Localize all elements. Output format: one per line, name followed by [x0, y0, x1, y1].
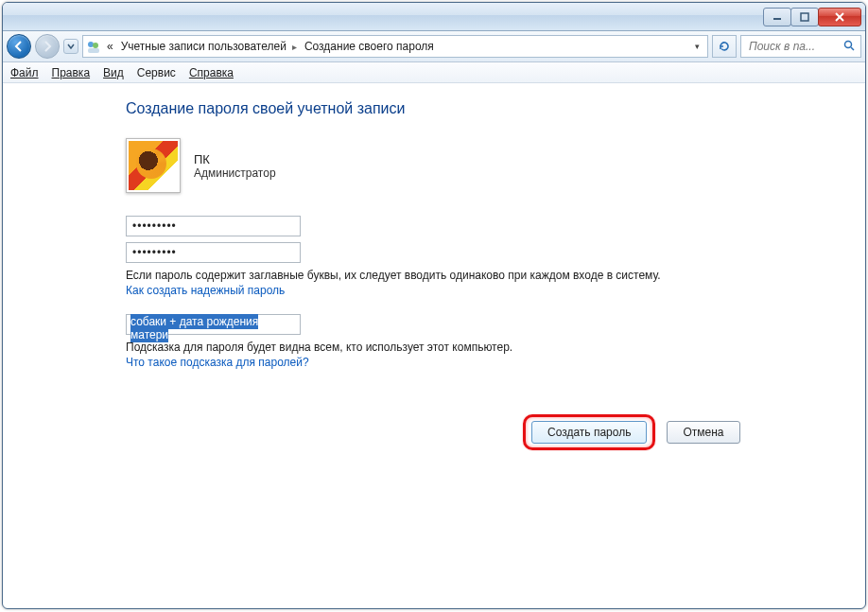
refresh-button[interactable]: [712, 35, 737, 58]
nav-forward-button[interactable]: [35, 34, 60, 59]
password-confirm-field[interactable]: [126, 242, 301, 263]
menu-file[interactable]: Файл: [10, 66, 39, 79]
user-row: ПК Администратор: [126, 138, 865, 193]
menu-edit[interactable]: Правка: [52, 66, 91, 79]
page-title: Создание пароля своей учетной записи: [126, 100, 865, 117]
arrow-right-icon: [42, 41, 53, 52]
arrow-left-icon: [13, 41, 25, 52]
menu-help[interactable]: Справка: [189, 66, 234, 79]
breadcrumb-label: Учетные записи пользователей: [121, 40, 286, 53]
buttons-row: Создать пароль Отмена: [523, 414, 865, 450]
svg-point-7: [845, 41, 852, 47]
nav-back-button[interactable]: [7, 34, 31, 59]
minimize-icon: [773, 12, 782, 22]
avatar: [126, 138, 181, 193]
search-input[interactable]: [747, 39, 840, 54]
maximize-button[interactable]: [790, 8, 819, 26]
link-strong-password[interactable]: Как создать надежный пароль: [126, 284, 285, 297]
chevron-down-icon: [67, 43, 75, 50]
search-icon: [843, 40, 855, 54]
user-name: ПК: [194, 152, 276, 166]
svg-point-5: [93, 43, 98, 48]
hint-note: Подсказка для пароля будет видна всем, к…: [126, 341, 731, 354]
refresh-icon: [718, 40, 731, 53]
breadcrumb-item-create-password[interactable]: Создание своего пароля: [302, 40, 437, 53]
caps-note: Если пароль содержит заглавные буквы, их…: [126, 269, 731, 282]
window-buttons: [764, 8, 861, 26]
link-what-is-hint[interactable]: Что такое подсказка для паролей?: [126, 356, 309, 369]
close-button[interactable]: [818, 8, 861, 26]
chevron-right-icon: ▸: [292, 42, 297, 52]
breadcrumb-bar[interactable]: « Учетные записи пользователей ▸ Создани…: [82, 35, 708, 58]
password-field[interactable]: [126, 216, 301, 236]
svg-line-8: [851, 47, 854, 50]
breadcrumb-chevrons[interactable]: «: [104, 40, 116, 53]
minimize-button[interactable]: [763, 8, 791, 26]
svg-point-4: [88, 42, 94, 47]
svg-rect-1: [801, 13, 808, 21]
menubar: Файл Правка Вид Сервис Справка: [3, 62, 865, 83]
window-frame: « Учетные записи пользователей ▸ Создани…: [2, 2, 866, 609]
search-box[interactable]: [740, 35, 861, 58]
cancel-button[interactable]: Отмена: [667, 421, 739, 444]
navbar: « Учетные записи пользователей ▸ Создани…: [3, 31, 865, 62]
breadcrumb-dropdown[interactable]: ▾: [689, 42, 705, 51]
close-icon: [834, 12, 845, 22]
password-hint-field[interactable]: собаки + дата рождения матери: [126, 314, 301, 335]
password-hint-value: собаки + дата рождения матери: [130, 314, 258, 342]
user-info: ПК Администратор: [194, 152, 276, 180]
nav-history-dropdown[interactable]: [63, 39, 78, 54]
annotation-highlight: Создать пароль: [523, 414, 655, 450]
user-role: Администратор: [194, 166, 276, 180]
breadcrumb-item-accounts[interactable]: Учетные записи пользователей ▸: [118, 40, 300, 53]
svg-rect-6: [88, 48, 99, 53]
maximize-icon: [800, 12, 809, 22]
breadcrumb-label: Создание своего пароля: [304, 40, 434, 53]
menu-tools[interactable]: Сервис: [137, 66, 176, 79]
titlebar: [3, 3, 865, 31]
create-password-button[interactable]: Создать пароль: [531, 421, 647, 444]
content-area: Создание пароля своей учетной записи ПК …: [3, 83, 865, 608]
menu-view[interactable]: Вид: [103, 66, 124, 79]
user-accounts-icon: [85, 38, 102, 55]
